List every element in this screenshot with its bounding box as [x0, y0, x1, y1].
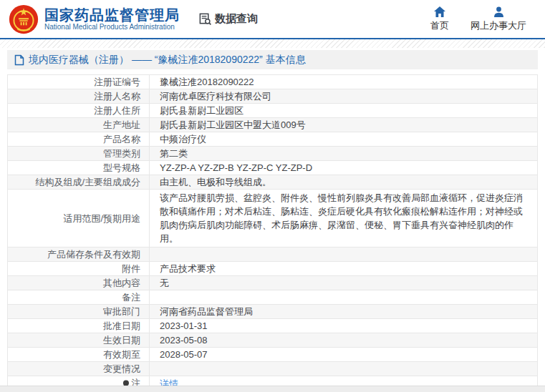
row-value: 产品技术要求 [150, 262, 538, 276]
row-value: 河南省药品监督管理局 [150, 305, 538, 319]
breadcrumb: 境内医疗器械（注册） —— “豫械注准20182090222” 基本信息 [7, 50, 538, 69]
table-row: 其他内容 无 [8, 276, 538, 290]
row-label: 生效日期 [8, 333, 150, 348]
row-label: 结构及组成/主要组成成分 [8, 175, 150, 190]
row-value: 中频治疗仪 [150, 132, 538, 147]
row-label-text: 生产地址 [103, 119, 140, 130]
table-row: 备注 [8, 290, 538, 305]
row-value [150, 290, 538, 305]
row-value: 2023-05-08 [150, 333, 538, 348]
person-icon [493, 6, 504, 17]
row-label-text: 批准日期 [103, 320, 140, 331]
row-label: 备注 [8, 290, 150, 305]
row-label-text: 结构及组成/主要组成成分 [35, 177, 140, 187]
table-row: 注册证编号 豫械注准20182090222 [8, 75, 538, 89]
row-value: 尉氏县新尉工业园区中盟大道009号 [150, 118, 538, 132]
row-value: 第二类 [150, 147, 538, 161]
row-value: 河南优卓医疗科技有限公司 [150, 89, 538, 104]
data-query-nav[interactable]: 数据查询 [198, 12, 258, 26]
site-header: 国家药品监督管理局 National Medical Products Admi… [0, 0, 545, 38]
table-row: 结构及组成/主要组成成分 由主机、电极和导线组成。 [8, 175, 538, 190]
table-row: 产品储存条件及有效期 [8, 248, 538, 262]
row-label: 批准日期 [8, 319, 150, 333]
row-value: 2028-05-07 [150, 348, 538, 362]
table-row: 有效期至 2028-05-07 [8, 348, 538, 362]
registration-info-table: 注册证编号 豫械注准20182090222 注册人名称 河南优卓医疗科技有限公司… [7, 74, 538, 392]
row-label: 注册人名称 [8, 89, 150, 104]
row-label-text: 产品名称 [103, 134, 140, 144]
org-title-block: 国家药品监督管理局 National Medical Products Admi… [44, 7, 180, 31]
row-label-text: 管理类别 [103, 148, 140, 159]
table-row: 注册人名称 河南优卓医疗科技有限公司 [8, 89, 538, 104]
national-emblem-logo [9, 4, 39, 34]
nav-home-label: 首页 [430, 19, 449, 32]
row-label: 其他内容 [8, 276, 150, 290]
row-label-text: 生效日期 [103, 335, 140, 346]
row-label-text: 注册人住所 [94, 105, 140, 116]
main-content: 境内医疗器械（注册） —— “豫械注准20182090222” 基本信息 注册证… [7, 50, 538, 392]
nav-home[interactable]: 首页 [430, 6, 449, 32]
row-label: 变更情况 [8, 362, 150, 376]
row-value: 2023-01-31 [150, 319, 538, 333]
table-row: 适用范围/预期用途 该产品对腰肌劳损、盆腔炎、附件炎、慢性前列腺炎具有改善局部血… [8, 190, 538, 248]
row-label-text: 注册证编号 [94, 77, 140, 87]
row-label: 注册证编号 [8, 75, 150, 89]
table-row: 变更情况 [8, 362, 538, 376]
row-label-text: 产品储存条件及有效期 [47, 249, 140, 260]
table-row: 注册人住所 尉氏县新尉工业园区 [8, 104, 538, 118]
row-value: 尉氏县新尉工业园区 [150, 104, 538, 118]
row-label: 产品名称 [8, 132, 150, 147]
row-label: 管理类别 [8, 147, 150, 161]
row-label: 适用范围/预期用途 [8, 190, 150, 248]
row-label: 有效期至 [8, 348, 150, 362]
header-nav: 首页 网上办事大厅 [430, 6, 545, 32]
row-label-text: 型号规格 [103, 162, 140, 173]
row-label-text: 有效期至 [103, 349, 140, 360]
nav-service-hall-label: 网上办事大厅 [471, 19, 526, 32]
row-label: 附件 [8, 262, 150, 276]
row-value: 由主机、电极和导线组成。 [150, 175, 538, 190]
row-value [150, 248, 538, 262]
document-search-icon [198, 12, 212, 26]
row-label-text: 其他内容 [103, 278, 140, 288]
table-row: 生效日期 2023-05-08 [8, 333, 538, 348]
org-title: 国家药品监督管理局 [44, 7, 180, 23]
row-label: 生产地址 [8, 118, 150, 132]
table-row: 审批部门 河南省药品监督管理局 [8, 305, 538, 319]
row-value: YZ-ZP-A YZ-ZP-B YZ-ZP-C YZ-ZP-D [150, 161, 538, 175]
document-icon [14, 54, 24, 66]
row-label-text: 变更情况 [103, 363, 140, 374]
table-row: 附件 产品技术要求 [8, 262, 538, 276]
row-value: 豫械注准20182090222 [150, 75, 538, 89]
row-value: 无 [150, 276, 538, 290]
row-label: 注册人住所 [8, 104, 150, 118]
nav-service-hall[interactable]: 网上办事大厅 [471, 6, 526, 32]
table-row: 型号规格 YZ-ZP-A YZ-ZP-B YZ-ZP-C YZ-ZP-D [8, 161, 538, 175]
hatched-strip [0, 39, 545, 48]
row-label-text: 适用范围/预期用途 [63, 213, 140, 224]
table-row: 生产地址 尉氏县新尉工业园区中盟大道009号 [8, 118, 538, 132]
table-row: 产品名称 中频治疗仪 [8, 132, 538, 147]
org-subtitle: National Medical Products Administration [44, 23, 180, 31]
footer-band [0, 386, 545, 392]
row-label-text: 注册人名称 [94, 91, 140, 102]
row-label-text: 备注 [122, 292, 140, 303]
table-row: 批准日期 2023-01-31 [8, 319, 538, 333]
row-label: 审批部门 [8, 305, 150, 319]
row-label-text: 附件 [122, 263, 140, 274]
row-value [150, 362, 538, 376]
row-label-text: 审批部门 [103, 306, 140, 317]
table-row: 管理类别 第二类 [8, 147, 538, 161]
row-label: 产品储存条件及有效期 [8, 248, 150, 262]
home-icon [434, 6, 445, 17]
row-label: 型号规格 [8, 161, 150, 175]
page-title: 境内医疗器械（注册） —— “豫械注准20182090222” 基本信息 [29, 54, 306, 67]
data-query-label: 数据查询 [215, 12, 258, 26]
row-value: 该产品对腰肌劳损、盆腔炎、附件炎、慢性前列腺炎具有改善局部血液循环，促进炎症消散… [150, 190, 538, 248]
